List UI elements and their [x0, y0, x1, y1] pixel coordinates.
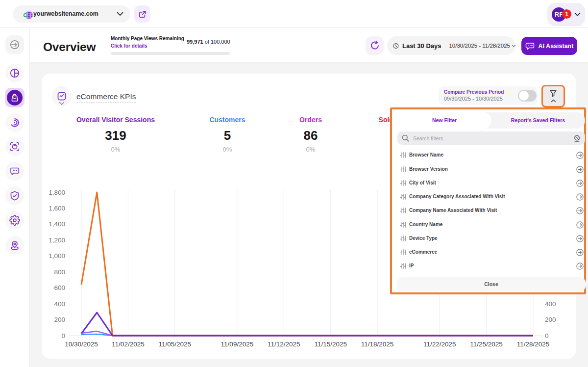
svg-text:11/12/2025: 11/12/2025	[268, 341, 300, 348]
svg-text:600: 600	[54, 284, 65, 291]
svg-text:200: 200	[545, 316, 556, 323]
svg-text:11/28/2025: 11/28/2025	[517, 341, 550, 348]
svg-text:11/02/2025: 11/02/2025	[112, 341, 145, 348]
svg-text:11/18/2025: 11/18/2025	[361, 341, 394, 348]
svg-text:200: 200	[54, 316, 65, 323]
svg-text:11/25/2025: 11/25/2025	[470, 341, 503, 348]
svg-text:1,400: 1,400	[49, 220, 65, 228]
svg-text:11/22/2025: 11/22/2025	[423, 341, 456, 348]
svg-text:11/09/2025: 11/09/2025	[221, 341, 254, 348]
svg-text:1,200: 1,200	[49, 236, 65, 244]
svg-text:400: 400	[54, 300, 65, 308]
svg-text:11/05/2025: 11/05/2025	[159, 341, 192, 348]
svg-text:1,800: 1,800	[49, 189, 65, 196]
svg-text:400: 400	[545, 300, 556, 308]
svg-text:11/15/2025: 11/15/2025	[314, 341, 347, 348]
svg-text:10/30/2025: 10/30/2025	[65, 341, 98, 348]
svg-text:1,000: 1,000	[49, 252, 65, 260]
svg-text:800: 800	[54, 268, 65, 276]
svg-text:0: 0	[61, 332, 65, 340]
svg-text:1,600: 1,600	[49, 205, 65, 212]
svg-text:0: 0	[545, 332, 549, 340]
